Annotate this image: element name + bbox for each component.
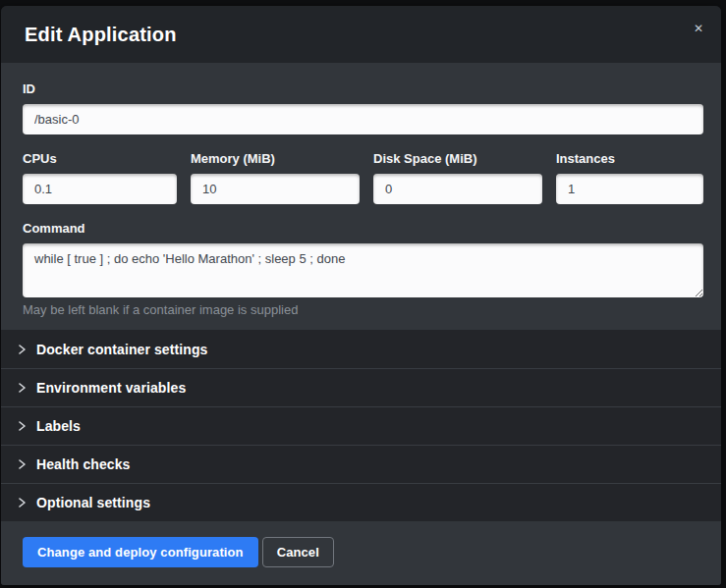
command-field-group: Command while [ true ] ; do echo 'Hello …	[23, 222, 703, 317]
close-icon[interactable]: ✕	[690, 19, 707, 38]
resources-row: CPUs Memory (MiB) Disk Space (MiB) Insta…	[23, 152, 703, 204]
chevron-right-icon	[17, 459, 27, 469]
chevron-right-icon	[17, 498, 27, 508]
chevron-right-icon	[17, 345, 27, 354]
cancel-button[interactable]: Cancel	[262, 537, 334, 567]
command-label: Command	[23, 222, 703, 236]
id-label: ID	[23, 82, 703, 96]
section-optional-settings[interactable]: Optional settings	[1, 483, 721, 521]
section-label: Optional settings	[36, 495, 150, 510]
cpus-label: CPUs	[23, 152, 177, 166]
command-textarea[interactable]: while [ true ] ; do echo 'Hello Marathon…	[23, 243, 703, 297]
id-field-group: ID	[23, 82, 703, 134]
disk-input[interactable]	[373, 174, 542, 204]
section-label: Health checks	[36, 456, 130, 472]
section-label: Docker container settings	[36, 342, 207, 357]
modal-title: Edit Application	[25, 24, 177, 46]
chevron-right-icon	[17, 421, 27, 431]
change-and-deploy-button[interactable]: Change and deploy configuration	[23, 537, 258, 567]
collapsible-sections: Docker container settings Environment va…	[1, 330, 721, 521]
memory-field-group: Memory (MiB)	[191, 152, 360, 204]
instances-label: Instances	[556, 152, 703, 166]
id-input[interactable]	[23, 104, 703, 134]
section-health-checks[interactable]: Health checks	[1, 445, 721, 483]
instances-field-group: Instances	[556, 152, 703, 204]
instances-input[interactable]	[556, 174, 703, 204]
modal-footer: Change and deploy configuration Cancel	[1, 521, 721, 585]
memory-label: Memory (MiB)	[191, 152, 360, 166]
section-label: Labels	[36, 418, 81, 434]
disk-field-group: Disk Space (MiB)	[373, 152, 542, 204]
section-labels[interactable]: Labels	[1, 406, 721, 445]
disk-label: Disk Space (MiB)	[373, 152, 542, 166]
section-environment-variables[interactable]: Environment variables	[1, 368, 721, 406]
cpus-input[interactable]	[23, 174, 177, 204]
section-docker-container-settings[interactable]: Docker container settings	[1, 330, 721, 368]
command-help-text: May be left blank if a container image i…	[23, 303, 703, 317]
modal-header: Edit Application ✕	[1, 6, 721, 63]
section-label: Environment variables	[36, 380, 186, 396]
edit-application-modal: Edit Application ✕ ID CPUs Memory (MiB) …	[1, 6, 721, 585]
application-form: ID CPUs Memory (MiB) Disk Space (MiB) In…	[1, 63, 721, 330]
cpus-field-group: CPUs	[23, 152, 177, 204]
chevron-right-icon	[17, 383, 27, 393]
memory-input[interactable]	[191, 174, 360, 204]
